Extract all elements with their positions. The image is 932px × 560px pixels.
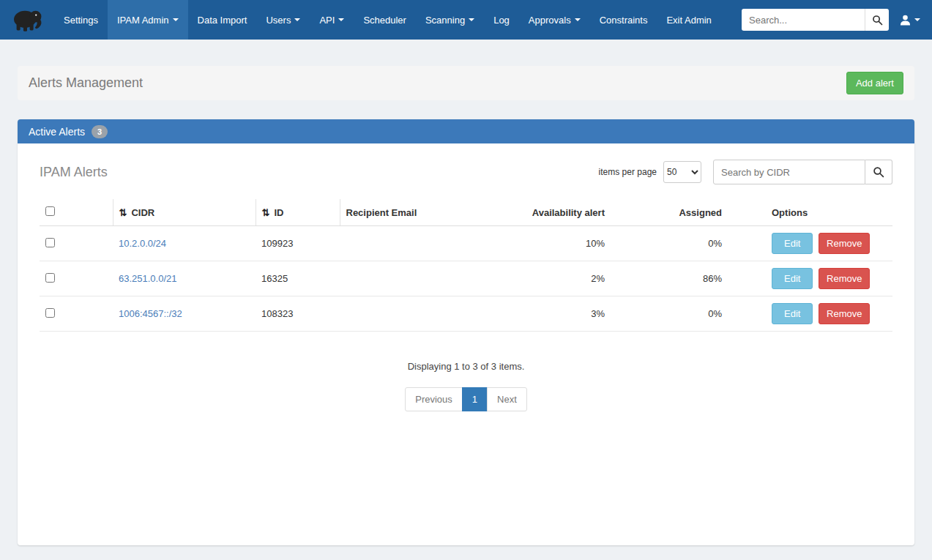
nav-item-ipam-admin[interactable]: IPAM Admin xyxy=(108,0,188,40)
panel-title: Active Alerts xyxy=(29,126,85,138)
recipient-email xyxy=(340,261,523,296)
availability-value: 3% xyxy=(523,296,611,332)
items-per-page-select[interactable]: 50 xyxy=(663,161,701,183)
results-summary: Displaying 1 to 3 of 3 items. xyxy=(40,361,892,372)
nav-item-log[interactable]: Log xyxy=(484,0,519,40)
table-header-row: ⇅CIDR ⇅ID Recipient Email Availability a… xyxy=(40,199,892,226)
items-per-page-label: items per page xyxy=(599,167,657,177)
cidr-search xyxy=(713,160,892,184)
panel-heading: Active Alerts 3 xyxy=(18,119,914,143)
nav-item-scanning[interactable]: Scanning xyxy=(416,0,484,40)
chevron-down-icon xyxy=(469,18,474,21)
nav-item-users[interactable]: Users xyxy=(256,0,310,40)
select-all-checkbox[interactable] xyxy=(45,206,55,216)
nav-item-data-import[interactable]: Data Import xyxy=(188,0,257,40)
table-row: 63.251.0.0/21 16325 2% 86% Edit Remove xyxy=(40,261,892,296)
navbar-right xyxy=(742,9,925,31)
top-navbar: Settings IPAM Admin Data Import Users AP… xyxy=(0,0,932,40)
alert-id: 16325 xyxy=(256,261,340,296)
nav-item-approvals[interactable]: Approvals xyxy=(519,0,590,40)
edit-button[interactable]: Edit xyxy=(772,233,813,254)
user-menu[interactable] xyxy=(899,14,920,26)
table-row: 10.2.0.0/24 109923 10% 0% Edit Remove xyxy=(40,226,892,261)
cidr-search-input[interactable] xyxy=(713,160,865,184)
header-assigned: Assigned xyxy=(611,199,728,226)
edit-button[interactable]: Edit xyxy=(772,303,813,324)
assigned-value: 0% xyxy=(611,296,728,332)
remove-button[interactable]: Remove xyxy=(819,233,870,254)
global-search-input[interactable] xyxy=(742,9,865,31)
table-toolbar: IPAM Alerts items per page 50 xyxy=(40,160,892,184)
main-nav: Settings IPAM Admin Data Import Users AP… xyxy=(54,0,721,40)
header-availability-alert: Availability alert xyxy=(523,199,611,226)
select-all-header xyxy=(40,199,113,226)
search-icon xyxy=(872,15,883,26)
chevron-down-icon xyxy=(338,18,344,21)
cidr-link[interactable]: 63.251.0.0/21 xyxy=(119,273,177,284)
phpipam-logo[interactable] xyxy=(10,6,44,34)
recipient-email xyxy=(340,226,523,261)
add-alert-button[interactable]: Add alert xyxy=(846,72,903,94)
page-header: Alerts Management Add alert xyxy=(18,66,914,100)
sort-icon[interactable]: ⇅ xyxy=(262,207,270,218)
assigned-value: 86% xyxy=(611,261,728,296)
table-row: 1006:4567::/32 108323 3% 0% Edit Remove xyxy=(40,296,892,332)
nav-item-exit-admin[interactable]: Exit Admin xyxy=(657,0,720,40)
nav-item-scheduler[interactable]: Scheduler xyxy=(354,0,416,40)
pagination: Previous 1 Next xyxy=(40,387,892,411)
cidr-link[interactable]: 10.2.0.0/24 xyxy=(119,238,166,249)
remove-button[interactable]: Remove xyxy=(819,303,870,324)
alerts-table: ⇅CIDR ⇅ID Recipient Email Availability a… xyxy=(40,199,892,332)
edit-button[interactable]: Edit xyxy=(772,268,813,289)
sort-icon[interactable]: ⇅ xyxy=(119,207,127,218)
elephant-logo-icon xyxy=(10,6,44,34)
header-id[interactable]: ⇅ID xyxy=(256,199,340,226)
header-cidr[interactable]: ⇅CIDR xyxy=(113,199,256,226)
availability-value: 2% xyxy=(523,261,611,296)
pagination-page-1[interactable]: 1 xyxy=(462,387,488,411)
cidr-search-button[interactable] xyxy=(865,160,892,184)
alert-id: 108323 xyxy=(256,296,340,332)
header-options: Options xyxy=(728,199,892,226)
nav-item-api[interactable]: API xyxy=(310,0,354,40)
chevron-down-icon xyxy=(173,18,179,21)
header-recipient-email: Recipient Email xyxy=(340,199,523,226)
remove-button[interactable]: Remove xyxy=(819,268,870,289)
availability-value: 10% xyxy=(523,226,611,261)
search-icon xyxy=(873,166,884,178)
pagination-next[interactable]: Next xyxy=(487,387,527,411)
chevron-down-icon xyxy=(914,18,920,21)
assigned-value: 0% xyxy=(611,226,728,261)
page-title: Alerts Management xyxy=(29,75,143,91)
row-checkbox[interactable] xyxy=(45,238,55,247)
nav-item-constraints[interactable]: Constraints xyxy=(590,0,657,40)
table-title: IPAM Alerts xyxy=(40,165,108,180)
alert-id: 109923 xyxy=(256,226,340,261)
row-checkbox[interactable] xyxy=(45,273,55,283)
global-search xyxy=(742,9,889,31)
pagination-previous[interactable]: Previous xyxy=(405,387,463,411)
nav-item-settings[interactable]: Settings xyxy=(54,0,108,40)
cidr-link[interactable]: 1006:4567::/32 xyxy=(119,308,182,319)
row-checkbox[interactable] xyxy=(45,308,55,318)
user-icon xyxy=(899,14,912,26)
recipient-email xyxy=(340,296,523,332)
chevron-down-icon xyxy=(294,18,300,21)
global-search-button[interactable] xyxy=(865,9,889,31)
active-alerts-panel: Active Alerts 3 IPAM Alerts items per pa… xyxy=(18,119,914,545)
chevron-down-icon xyxy=(575,18,581,21)
alert-count-badge: 3 xyxy=(92,125,108,138)
